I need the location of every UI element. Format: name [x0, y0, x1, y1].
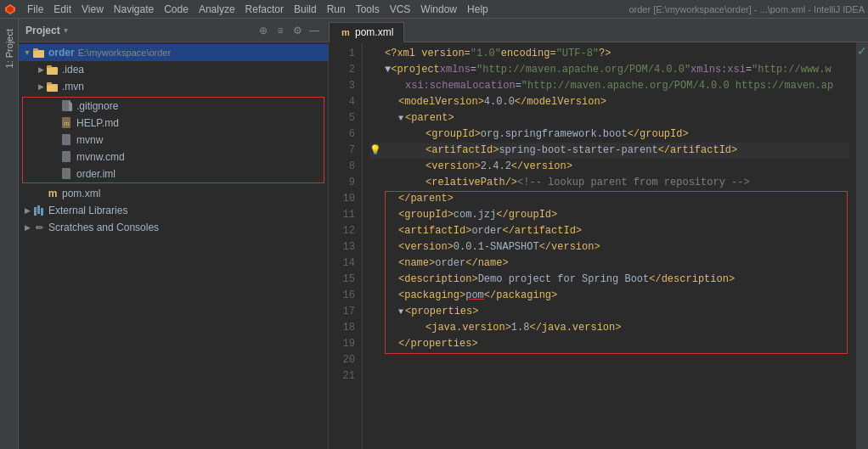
- tree-item-mvnw-cmd[interactable]: mvnw.cmd: [23, 149, 324, 166]
- code-line-5: ▼ <parent>: [369, 110, 849, 126]
- tree-label-mvnw: mvnw: [76, 134, 103, 146]
- menu-navigate[interactable]: Navigate: [109, 2, 159, 17]
- expand-all-icon[interactable]: ⊕: [256, 24, 270, 37]
- code-content[interactable]: <?xml version="1.0" encoding="UTF-8"?> ▼…: [363, 42, 856, 449]
- tab-pom-xml-icon: m: [340, 26, 352, 38]
- right-scrollbar[interactable]: ✓: [856, 42, 868, 449]
- scratches-icon: ✏: [32, 221, 46, 234]
- menu-run[interactable]: Run: [322, 2, 351, 17]
- gutter-1: [369, 46, 385, 62]
- tree-item-external-libraries[interactable]: ▶ External Libraries: [19, 202, 328, 219]
- tree-item-pom-xml[interactable]: m pom.xml: [19, 185, 328, 202]
- tree-item-mvn[interactable]: ▶ .mvn: [19, 78, 328, 95]
- code-line-18: <java.version>1.8</java.version>: [369, 320, 849, 336]
- fold-marker-2: ▼: [385, 62, 391, 78]
- menu-file[interactable]: File: [22, 2, 48, 17]
- code-line-21: [369, 368, 849, 384]
- code-text-8: <version>2.4.2</version>: [385, 159, 572, 175]
- folder-icon-order: [32, 46, 46, 59]
- code-text-4: <modelVersion>4.0.0</modelVersion>: [385, 94, 606, 110]
- xml-attr-3a: xsi:schemaLocation: [405, 78, 516, 94]
- svg-rect-3: [33, 48, 38, 51]
- tree-item-scratches[interactable]: ▶ ✏ Scratches and Consoles: [19, 219, 328, 236]
- svg-rect-12: [62, 134, 70, 145]
- code-text-14: <name>order</name>: [385, 255, 509, 272]
- app-logo: [3, 3, 17, 16]
- tab-project[interactable]: 1: Project: [3, 22, 16, 75]
- line-numbers: 1 2 3 4 5 6 7 8 9 10 11 12 13 14 15 16 1…: [329, 42, 363, 449]
- xml-attr-val-2b: "http://www.w: [752, 62, 831, 78]
- code-text-10: </parent>: [385, 191, 454, 207]
- editor-panel: m pom.xml 1 2 3 4 5 6 7 8 9 10 11 12 13 …: [329, 19, 868, 449]
- tree-arrow-order: ▼: [22, 48, 32, 58]
- code-line-14: <name>order</name>: [369, 255, 849, 272]
- menu-help[interactable]: Help: [462, 2, 493, 17]
- gutter-15: [369, 272, 385, 288]
- code-text-7: <artifactId>spring-boot-starter-parent</…: [385, 143, 737, 159]
- gutter-6: [369, 126, 385, 143]
- file-icon-mvnw-cmd: [60, 150, 74, 164]
- menu-edit[interactable]: Edit: [48, 2, 76, 17]
- xml-attr-val-1a: "1.0": [471, 46, 501, 62]
- xml-attr-val-3: "http://maven.apache.org/POM/4.0.0 https…: [521, 78, 833, 94]
- code-text-2: ▼ <project xmlns="http://maven.apache.or…: [385, 62, 831, 78]
- menubar: File Edit View Navigate Code Analyze Ref…: [0, 0, 868, 19]
- tree-item-order-root[interactable]: ▼ order E:\myworkspace\order: [19, 44, 328, 61]
- menu-code[interactable]: Code: [159, 2, 194, 17]
- code-line-9: <relativePath/> <!-- lookup parent from …: [369, 175, 849, 191]
- menu-view[interactable]: View: [76, 2, 109, 17]
- code-line-16: <packaging>pom</packaging>: [369, 288, 849, 304]
- tree-arrow-order-iml: [50, 169, 60, 179]
- project-panel: Project ▾ ⊕ ≡ ⚙ — ▼ order E:\myworkspace…: [19, 19, 329, 449]
- menu-vcs[interactable]: VCS: [385, 2, 416, 17]
- code-line-19: </properties>: [369, 336, 849, 352]
- svg-text:m: m: [64, 120, 70, 127]
- red-box-container: </parent> <groupId>com.jzj</groupId>: [369, 191, 849, 352]
- code-line-13: <version>0.0.1-SNAPSHOT</version>: [369, 239, 849, 255]
- tree-item-order-iml[interactable]: order.iml: [23, 166, 324, 182]
- folder-icon-idea: [46, 63, 59, 76]
- tree-arrow-idea: ▶: [36, 65, 46, 75]
- hide-panel-icon[interactable]: —: [307, 24, 321, 37]
- lightbulb-icon[interactable]: 💡: [369, 143, 381, 159]
- svg-rect-13: [62, 151, 70, 162]
- gutter-11: [369, 207, 385, 223]
- gutter-17: [369, 304, 385, 320]
- menu-refactor[interactable]: Refactor: [240, 2, 289, 17]
- code-text-3: xsi:schemaLocation="http://maven.apache.…: [385, 78, 833, 94]
- code-line-1: <?xml version="1.0" encoding="UTF-8"?>: [369, 46, 849, 62]
- gutter-14: [369, 255, 385, 272]
- tree-item-help-md[interactable]: m HELP.md: [23, 115, 324, 132]
- code-text-19: </properties>: [385, 336, 478, 352]
- folder-icon-mvn: [46, 80, 59, 93]
- tree-label-idea: .idea: [62, 64, 84, 76]
- code-line-4: <modelVersion>4.0.0</modelVersion>: [369, 94, 849, 110]
- code-text-13: <version>0.0.1-SNAPSHOT</version>: [385, 239, 600, 255]
- code-line-8: <version>2.4.2</version>: [369, 159, 849, 175]
- code-line-17: ▼ <properties>: [369, 304, 849, 320]
- project-dropdown-arrow[interactable]: ▾: [64, 25, 68, 35]
- menu-window[interactable]: Window: [415, 2, 462, 17]
- menu-build[interactable]: Build: [289, 2, 322, 17]
- code-line-2: ▼ <project xmlns="http://maven.apache.or…: [369, 62, 849, 78]
- menu-tools[interactable]: Tools: [351, 2, 385, 17]
- menu-analyze[interactable]: Analyze: [194, 2, 240, 17]
- tree-item-gitignore[interactable]: .gitignore: [23, 98, 324, 115]
- code-line-15: <description>Demo project for Spring Boo…: [369, 272, 849, 288]
- tree-arrow-external-libraries: ▶: [22, 205, 32, 216]
- tree-item-mvnw[interactable]: mvnw: [23, 132, 324, 149]
- tree-arrow-mvnw: [50, 135, 60, 145]
- gutter-7: 💡: [369, 143, 385, 159]
- code-text-15: <description>Demo project for Spring Boo…: [385, 272, 735, 288]
- collapse-all-icon[interactable]: ≡: [273, 24, 287, 37]
- tree-item-idea[interactable]: ▶ .idea: [19, 61, 328, 78]
- svg-rect-6: [47, 84, 58, 92]
- gutter-21: [369, 368, 385, 384]
- settings-icon[interactable]: ⚙: [290, 24, 304, 37]
- tab-pom-xml[interactable]: m pom.xml: [329, 22, 404, 42]
- code-text-16: <packaging>pom</packaging>: [385, 288, 557, 304]
- code-text-11: <groupId>com.jzj</groupId>: [385, 207, 557, 223]
- xml-attr-2a: xmlns: [440, 62, 471, 78]
- editor-tabs: m pom.xml: [329, 19, 868, 42]
- code-text-17: ▼ <properties>: [385, 304, 478, 320]
